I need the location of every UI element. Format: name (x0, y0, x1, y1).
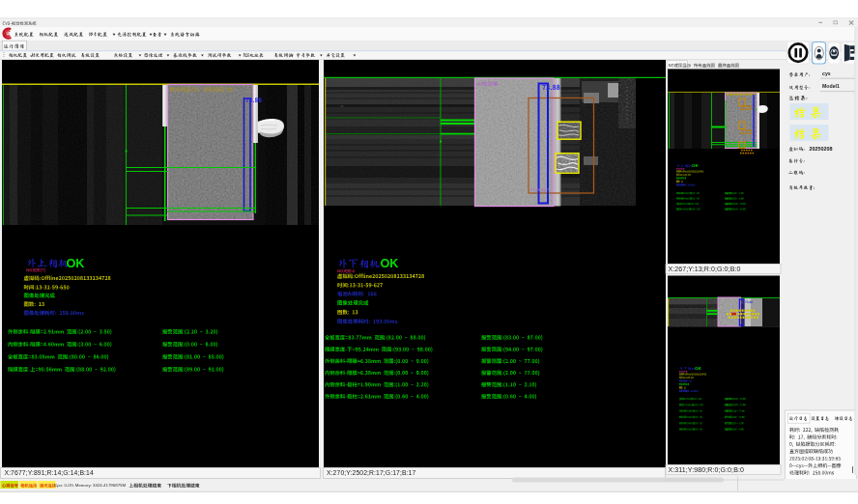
svg-text:Cpu: 0.0% Memory: 3424.4179687: Cpu: 0.0% Memory: 3424.41796875M (54, 483, 127, 488)
svg-text:OK: OK (381, 257, 399, 270)
svg-text:20250208: 20250208 (810, 146, 833, 152)
svg-text:OK: OK (67, 257, 85, 270)
svg-text:X:267;Y:13;R:0;G:0;B:0: X:267;Y:13;R:0;G:0;B:0 (669, 266, 741, 272)
svg-text:OK: OK (695, 366, 701, 371)
svg-text:X:7677;Y:891;R:14;G:14;B:14: X:7677;Y:891;R:14;G:14;B:14 (5, 469, 94, 476)
svg-text:cys: cys (822, 70, 831, 76)
svg-text:Model1: Model1 (822, 83, 840, 89)
svg-text:X:311;Y:980;R:0;G:0;B:0: X:311;Y:980;R:0;G:0;B:0 (669, 466, 744, 473)
svg-text:71.58 40.7: 71.58 40.7 (530, 187, 550, 192)
svg-text:X:270;Y:2502;R:17;G:17;B:17: X:270;Y:2502;R:17;G:17;B:17 (327, 469, 415, 476)
svg-text:OK: OK (692, 163, 699, 168)
